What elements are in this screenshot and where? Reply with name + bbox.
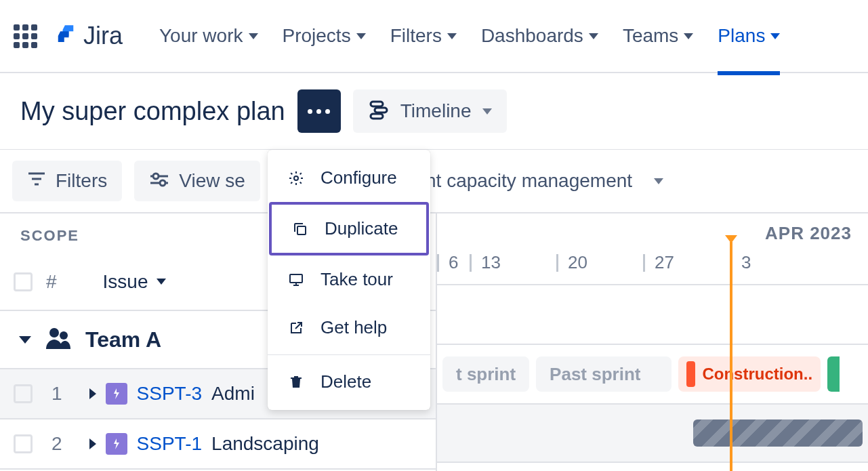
issue-key[interactable]: SSPT-1 <box>137 433 202 455</box>
nav-plans[interactable]: Plans <box>718 25 780 47</box>
issue-key[interactable]: SSPT-3 <box>137 383 202 405</box>
sprint-pill[interactable]: t sprint <box>442 356 529 392</box>
date-tick-label: 6 <box>449 252 458 273</box>
filter-icon <box>27 170 46 192</box>
gear-icon <box>287 170 306 186</box>
view-label: Timeline <box>400 100 472 122</box>
menu-get-help[interactable]: Get help <box>268 304 430 352</box>
menu-take-tour[interactable]: Take tour <box>268 255 430 304</box>
chevron-down-icon <box>356 33 366 39</box>
issue-title: Admi <box>211 383 255 405</box>
row-number: 1 <box>51 383 62 405</box>
nav-label: Teams <box>623 25 678 47</box>
sprint-row: t sprint Past sprint Construction.. <box>437 345 868 405</box>
nav-projects[interactable]: Projects <box>283 25 366 47</box>
timeline-pane: APR 2023 6 13 20 27 3 t sprint Past spri… <box>437 213 868 471</box>
timeline-header-spacer <box>437 285 868 345</box>
more-actions-button[interactable] <box>297 89 341 133</box>
sprint-pill[interactable]: Past sprint <box>536 356 671 392</box>
menu-divider <box>268 354 430 355</box>
future-sprint-pill[interactable] <box>827 356 840 392</box>
today-marker <box>730 242 732 471</box>
trash-icon <box>287 374 306 390</box>
chevron-down-icon <box>249 33 258 39</box>
chevron-down-icon <box>770 33 780 39</box>
active-sprint-pill[interactable]: Construction.. <box>678 356 821 392</box>
view-selector[interactable]: Timeline <box>353 89 507 133</box>
date-tick-label: 13 <box>481 252 501 273</box>
issue-column-header[interactable]: Issue <box>103 271 166 293</box>
sprint-status-bar <box>686 361 695 387</box>
month-label: APR 2023 <box>765 223 852 244</box>
nav-label: Projects <box>283 25 351 47</box>
external-link-icon <box>287 320 306 336</box>
sliders-icon <box>149 170 169 192</box>
filter-bar: Filters View se int capacity management … <box>0 150 868 213</box>
sprint-capacity-button-partial[interactable]: int capacity management <box>421 170 632 192</box>
nav-label: Your work <box>159 25 243 47</box>
expand-icon[interactable] <box>89 388 96 399</box>
row-number-header: # <box>46 271 57 293</box>
gantt-row <box>437 463 868 471</box>
view-settings-label: View se <box>179 170 245 192</box>
sprint-label: Construction.. <box>702 365 812 384</box>
monitor-icon <box>287 272 306 288</box>
plan-header: My super complex plan Timeline <box>0 73 868 150</box>
row-number: 2 <box>51 433 62 455</box>
table-section: SCOPE # Issue + Team A <box>0 213 868 471</box>
svg-point-7 <box>153 173 159 179</box>
epic-type-icon <box>106 433 127 455</box>
menu-duplicate[interactable]: Duplicate <box>269 202 429 255</box>
chevron-down-icon <box>654 178 663 184</box>
team-name: Team A <box>85 327 161 352</box>
nav-your-work[interactable]: Your work <box>159 25 257 47</box>
issue-col-label: Issue <box>103 271 148 293</box>
menu-delete[interactable]: Delete <box>268 358 430 406</box>
issue-title: Landscaping <box>211 433 319 455</box>
plan-title: My super complex plan <box>20 97 285 126</box>
collapse-icon[interactable] <box>19 336 31 344</box>
menu-label: Get help <box>321 317 387 338</box>
menu-label: Take tour <box>321 269 393 290</box>
expand-icon[interactable] <box>89 438 96 449</box>
date-tick-label: 27 <box>655 252 674 273</box>
issue-row[interactable]: 2 SSPT-1 Landscaping <box>0 419 436 470</box>
svg-rect-11 <box>297 226 306 234</box>
filters-button[interactable]: Filters <box>12 161 122 201</box>
row-checkbox[interactable] <box>14 384 33 403</box>
nav-label: Plans <box>718 25 765 47</box>
svg-point-15 <box>49 328 59 337</box>
gantt-bar[interactable] <box>693 419 863 447</box>
menu-configure[interactable]: Configure <box>268 154 430 202</box>
date-tick-label: 20 <box>568 252 587 273</box>
view-settings-button[interactable]: View se <box>134 161 260 201</box>
app-switcher-icon[interactable] <box>14 24 37 48</box>
jira-logo[interactable]: Jira <box>54 22 123 50</box>
gantt-row <box>437 405 868 463</box>
nav-label: Dashboards <box>481 25 583 47</box>
row-checkbox[interactable] <box>14 434 33 453</box>
menu-label: Delete <box>321 371 371 392</box>
nav-teams[interactable]: Teams <box>623 25 693 47</box>
timeline-icon <box>368 99 390 123</box>
nav-filters[interactable]: Filters <box>390 25 457 47</box>
jira-icon <box>54 24 78 48</box>
nav-label: Filters <box>390 25 442 47</box>
select-all-checkbox[interactable] <box>14 272 33 291</box>
epic-type-icon <box>106 383 127 405</box>
date-header-row: 6 13 20 27 3 <box>437 248 868 285</box>
filter-label: Filters <box>56 170 107 192</box>
team-icon <box>45 326 72 353</box>
svg-rect-12 <box>290 274 302 283</box>
chevron-down-icon <box>684 33 693 39</box>
svg-rect-0 <box>371 102 383 106</box>
svg-point-16 <box>60 331 68 340</box>
more-actions-menu: Configure Duplicate Take tour <box>268 150 430 410</box>
svg-rect-1 <box>375 108 387 112</box>
svg-point-9 <box>160 180 165 186</box>
top-navigation: Jira Your work Projects Filters Dashboar… <box>0 0 868 73</box>
nav-dashboards[interactable]: Dashboards <box>481 25 598 47</box>
chevron-down-icon <box>589 33 598 39</box>
svg-point-10 <box>294 176 298 180</box>
chevron-down-icon <box>447 33 457 39</box>
